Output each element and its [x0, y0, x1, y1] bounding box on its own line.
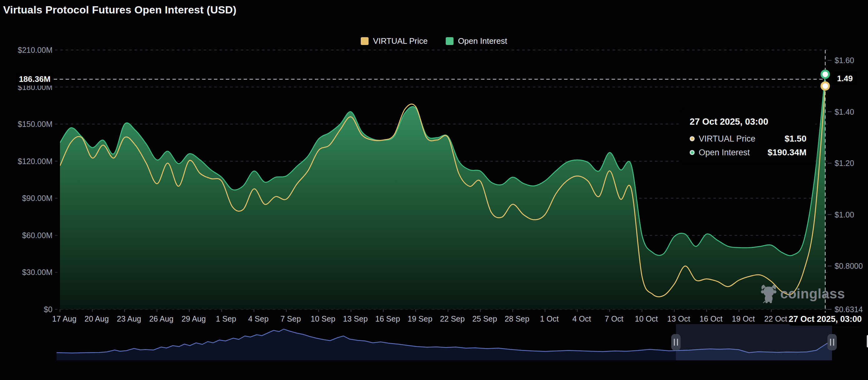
left-axis-label: $60.00M — [2, 231, 53, 240]
x-axis-label: 20 Aug — [85, 314, 109, 323]
x-axis-label: 1 Oct — [540, 314, 559, 323]
x-axis-label: 4 Oct — [572, 314, 591, 323]
tooltip-row-open-interest: Open Interest $190.34M — [690, 147, 806, 157]
navigator-handle-left[interactable] — [671, 334, 681, 350]
watermark-label: coinglass — [780, 286, 845, 301]
right-axis-label: $1.40 — [835, 107, 854, 116]
right-axis-label: $1.00 — [835, 210, 854, 219]
x-axis-label: 10 Oct — [635, 314, 658, 323]
tooltip-label: VIRTUAL Price — [699, 134, 755, 144]
navigator-handle-right[interactable] — [827, 334, 837, 350]
left-axis-label: $0 — [2, 305, 53, 314]
crosshair-date-label: 27 Oct 2025, 03:00 — [789, 313, 862, 326]
x-axis-label: 19 Oct — [732, 314, 755, 323]
price-endpoint-marker — [822, 82, 829, 90]
left-axis-label: $210.00M — [2, 46, 53, 55]
left-axis-label: $30.00M — [2, 268, 53, 277]
x-axis-label: 7 Sep — [280, 314, 301, 323]
x-axis-label: 26 Aug — [149, 314, 174, 323]
tooltip-value: $1.50 — [785, 134, 806, 144]
right-axis-label: $0.8000 — [835, 262, 863, 271]
right-edge-handle[interactable] — [867, 335, 868, 348]
x-axis-label: 10 Sep — [311, 314, 336, 323]
x-axis-label: 1 Sep — [216, 314, 236, 323]
tooltip-row-virtual-price: VIRTUAL Price $1.50 — [690, 134, 806, 144]
x-axis-label: 25 Sep — [472, 314, 497, 323]
coinglass-watermark: coinglass — [760, 284, 845, 303]
x-axis-label: 22 Sep — [440, 314, 465, 323]
tooltip-label: Open Interest — [699, 148, 750, 157]
right-axis-label: $1.60 — [835, 56, 854, 65]
tooltip-value: $190.34M — [768, 147, 806, 157]
x-axis-label: 13 Oct — [667, 314, 690, 323]
navigator-selection[interactable] — [676, 324, 832, 360]
x-axis-label: 16 Oct — [700, 314, 723, 323]
x-axis-label: 28 Sep — [505, 314, 529, 323]
left-axis-label: $90.00M — [2, 194, 53, 203]
left-axis-label: $150.00M — [2, 120, 53, 129]
right-axis-label: $1.20 — [835, 159, 854, 168]
tooltip-date: 27 Oct 2025, 03:00 — [690, 117, 806, 127]
x-axis-label: 4 Sep — [248, 314, 268, 323]
x-axis-label: 23 Aug — [117, 314, 141, 323]
x-axis-label: 7 Oct — [605, 314, 623, 323]
left-axis-label: $120.00M — [2, 156, 53, 166]
x-axis-label: 29 Aug — [182, 314, 206, 323]
x-axis-label: 17 Aug — [52, 314, 76, 323]
coinglass-bull-icon — [760, 284, 777, 303]
x-axis-label: 13 Sep — [343, 314, 368, 323]
virtual-price-dot-icon — [690, 136, 695, 141]
x-axis-label: 19 Sep — [408, 314, 432, 323]
tooltip: 27 Oct 2025, 03:00 VIRTUAL Price $1.50 O… — [681, 109, 815, 165]
crosshair-price-label: 1.49 — [832, 71, 857, 85]
oi-endpoint-marker — [822, 70, 829, 78]
crosshair-oi-label: 186.36M — [16, 72, 54, 86]
x-axis-label: 16 Sep — [375, 314, 400, 323]
x-axis-label: 22 Oct — [764, 314, 787, 323]
open-interest-dot-icon — [690, 150, 695, 155]
